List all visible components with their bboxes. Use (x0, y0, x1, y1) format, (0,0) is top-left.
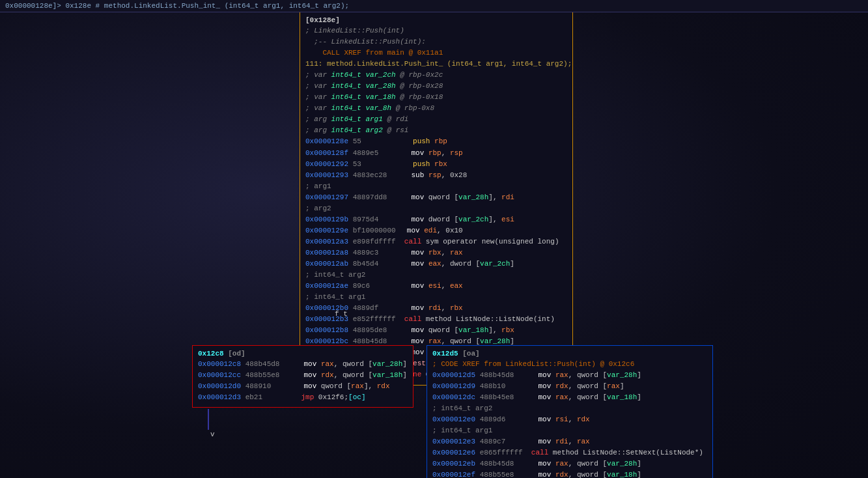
main-line-3: CALL XREF from main @ 0x11a1 (305, 48, 567, 59)
right-line-8: 0x000012e6 e865ffffff call method ListNo… (432, 447, 707, 458)
main-line-13: 0x00001292 53 push rbx (305, 159, 567, 170)
main-line-4: 111: method.LinkedList.Push_int_ (int64_… (305, 59, 567, 70)
right-line-5: 0x000012e0 4889d6 mov rsi, rdx (432, 414, 707, 425)
right-line-2: 0x000012d9 488b10 mov rdx, qword [rax] (432, 381, 707, 392)
main-block-header: [0x128e] (305, 16, 567, 24)
main-line-22: 0x000012ab 8b45d4 mov eax, dword [var_2c… (305, 259, 567, 270)
right-line-6: ; int64_t arg1 (432, 425, 707, 436)
right-line-0: ; CODE XREF from LinkedList::Push(int) @… (432, 359, 707, 370)
main-line-7: ; var int64_t var_18h @ rbp-0x18 (305, 92, 567, 103)
left-line-3: 0x000012d0 488910 mov qword [rax], rdx (198, 381, 408, 392)
main-line-19: 0x0000129e bf10000000 mov edi, 0x10 (305, 225, 567, 236)
main-line-6: ; var int64_t var_28h @ rbp-0x28 (305, 81, 567, 92)
right-line-1: 0x000012d5 488b45d8 mov rax, qword [var_… (432, 370, 707, 381)
right-line-10: 0x000012ef 488b55e8 mov rdx, qword [var_… (432, 470, 707, 478)
right-block: 0x12d5 [oa] ; CODE XREF from LinkedList:… (427, 345, 713, 478)
ft-text: f t (335, 310, 348, 318)
main-line-11: 0x0000128e 55 push rbp (305, 136, 567, 147)
main-line-1: ; LinkedList::Push(int) (305, 25, 567, 36)
main-block: [0x128e] ; LinkedList::Push(int) ;-- Lin… (300, 12, 573, 386)
main-line-10: ; arg int64_t arg2 @ rsi (305, 125, 567, 136)
top-bar: 0x00000128e]> 0x128e # method.LinkedList… (0, 0, 868, 12)
main-line-5: ; var int64_t var_2ch @ rbp-0x2c (305, 70, 567, 81)
main-line-17: ; arg2 (305, 203, 567, 214)
left-line-4: 0x000012d3 eb21 jmp 0x12f6;[oc] (198, 392, 408, 403)
right-line-3: 0x000012dc 488b45e8 mov rax, qword [var_… (432, 392, 707, 403)
main-line-12: 0x0000128f 4889e5 mov rbp, rsp (305, 148, 567, 159)
left-block: 0x12c8 [od] 0x000012c8 488b45d8 mov rax,… (192, 345, 413, 408)
left-line-1: 0x000012c8 488b45d8 mov rax, qword [var_… (198, 359, 408, 370)
main-line-18: 0x0000129b 8975d4 mov dword [var_2ch], e… (305, 214, 567, 225)
right-line-9: 0x000012eb 488b45d8 mov rax, qword [var_… (432, 458, 707, 470)
main-line-9: ; arg int64_t arg1 @ rdi (305, 114, 567, 125)
main-line-16: 0x00001297 48897dd8 mov qword [var_28h],… (305, 192, 567, 203)
main-line-24: 0x000012ae 89c6 mov esi, eax (305, 281, 567, 292)
right-line-7: 0x000012e3 4889c7 mov rdi, rax (432, 436, 707, 447)
left-line-2: 0x000012cc 488b55e8 mov rdx, qword [var_… (198, 370, 408, 381)
main-line-21: 0x000012a8 4889c3 mov rbx, rax (305, 247, 567, 259)
main-line-14: 0x00001293 4883ec28 sub rsp, 0x28 (305, 170, 567, 181)
ft-label: f t (335, 310, 348, 318)
right-line-4: ; int64_t arg2 (432, 403, 707, 414)
main-line-2: ;-- LinkedList::Push(int): (305, 36, 567, 48)
main-line-8: ; var int64_t var_8h @ rbp-0x8 (305, 103, 567, 114)
main-line-15: ; arg1 (305, 181, 567, 192)
top-bar-text: 0x00000128e]> 0x128e # method.LinkedList… (5, 2, 349, 10)
main-line-25: ; int64_t arg1 (305, 292, 567, 303)
main-line-23: ; int64_t arg2 (305, 270, 567, 281)
main-line-20: 0x000012a3 e898fdffff call sym operator … (305, 236, 567, 247)
left-block-header: 0x12c8 [od] (198, 350, 408, 358)
right-block-header: 0x12d5 [oa] (432, 350, 707, 358)
main-line-28: 0x000012b8 48895de8 mov qword [var_18h],… (305, 325, 567, 336)
